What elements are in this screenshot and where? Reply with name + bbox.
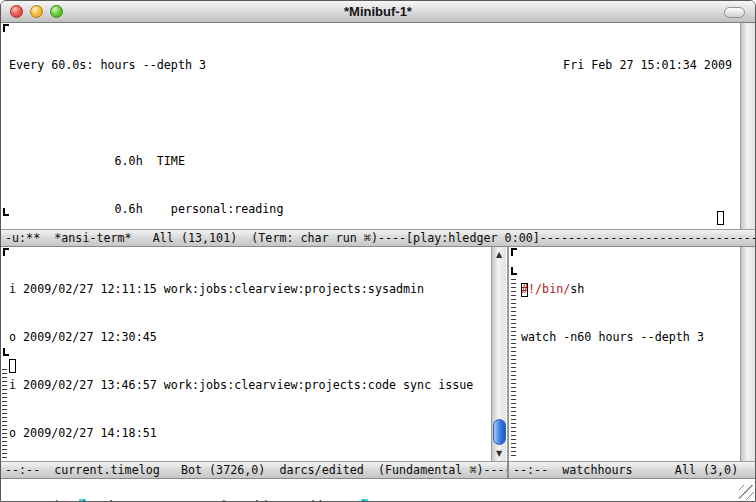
timelog-text: i 2009/02/27 12:11:15 work:jobs:clearvie…: [1, 247, 491, 461]
watch-timestamp: Fri Feb 27 15:01:34 2009: [563, 57, 732, 73]
window-current-timelog[interactable]: i 2009/02/27 12:11:15 work:jobs:clearvie…: [1, 247, 507, 461]
script-text: #!/bin/sh watch -n60 hours --depth 3: [509, 247, 740, 461]
scroll-down-icon[interactable]: ▼: [492, 446, 506, 461]
zoom-button-icon[interactable]: [50, 5, 63, 18]
modeline-current-timelog[interactable]: --:-- current.timelog Bot (3726,0) darcs…: [1, 461, 507, 479]
empty-line-marks-icon: [2, 369, 7, 459]
text-cursor: [521, 283, 528, 297]
scrollbar-track[interactable]: ▲ ▼: [491, 247, 506, 461]
scrollbar-thumb[interactable]: [493, 419, 506, 445]
terminal-cursor: [717, 211, 724, 225]
titlebar[interactable]: *Minibuf-1*: [1, 1, 755, 23]
window-title: *Minibuf-1*: [1, 4, 755, 19]
minimize-button-icon[interactable]: [30, 5, 43, 18]
window-watchhours[interactable]: #!/bin/sh watch -n60 hours --depth 3: [509, 247, 755, 461]
emacs-window: *Minibuf-1* Every 60.0s: hours --depth 3…: [0, 0, 756, 502]
buffer-end-indicator-icon: [511, 267, 517, 275]
timelog-line: i 2009/02/27 12:11:15 work:jobs:clearvie…: [9, 281, 487, 297]
timelog-line: i 2009/02/27 13:46:57 work:jobs:clearvie…: [9, 377, 487, 393]
report-line: 0.6h personal:reading: [9, 201, 732, 217]
shebang-line: #!/bin/sh: [521, 281, 736, 297]
script-line: watch -n60 hours --depth 3: [521, 329, 736, 345]
report-line: 6.0h TIME: [9, 153, 732, 169]
terminal-output: Every 60.0s: hours --depth 3 Fri Feb 27 …: [1, 23, 740, 229]
resize-grip-icon[interactable]: [739, 485, 754, 500]
empty-line-marks-icon: [511, 279, 516, 459]
watch-command-text: Every 60.0s: hours --depth 3: [9, 57, 206, 73]
shebang-interpreter: sh: [570, 282, 584, 296]
buffer-end-indicator-icon: [3, 208, 9, 216]
timelog-line: o 2009/02/27 14:18:51: [9, 425, 487, 441]
text-cursor: [9, 359, 16, 373]
minibuffer[interactable]: Redo: (ansi-term "/Users/simon/bin/watch…: [1, 479, 755, 501]
close-button-icon[interactable]: [10, 5, 23, 18]
toolbar-toggle-button[interactable]: [724, 7, 745, 18]
scroll-up-icon[interactable]: ▲: [492, 247, 506, 262]
modeline-ansi-term[interactable]: -u:** *ansi-term* All (13,101) (Term: ch…: [1, 229, 755, 247]
window-buttons: [10, 5, 63, 18]
shebang-comment: #!/bin/: [521, 282, 570, 296]
timelog-line: o 2009/02/27 12:30:45: [9, 329, 487, 345]
buffer-end-indicator-icon: [3, 348, 9, 356]
window-ansi-term[interactable]: Every 60.0s: hours --depth 3 Fri Feb 27 …: [1, 23, 755, 229]
modeline-watchhours[interactable]: --:-- watchhours All (3,0): [509, 461, 755, 479]
scrollbar-track[interactable]: [740, 23, 755, 229]
scrollbar-track[interactable]: [740, 247, 755, 461]
